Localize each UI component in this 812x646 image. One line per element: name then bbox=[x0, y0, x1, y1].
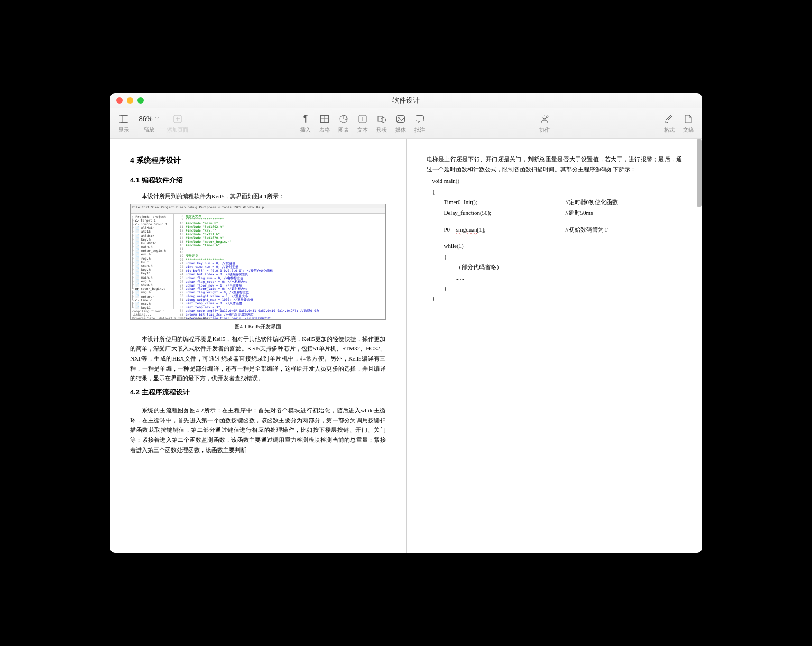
minimize-window-button[interactable] bbox=[127, 97, 133, 104]
media-group: 媒体 bbox=[393, 113, 408, 134]
app-window: 软件设计 显示 86% ﹀ 缩放 添加页面 ¶ 插入 bbox=[110, 93, 702, 553]
insert-label: 插入 bbox=[300, 126, 311, 134]
zoom-value: 86% bbox=[139, 115, 152, 123]
comment-icon[interactable] bbox=[412, 113, 427, 125]
table-group: 表格 bbox=[317, 113, 332, 134]
svg-rect-15 bbox=[416, 115, 424, 121]
page-left[interactable]: 4 系统程序设计 4.1 编程软件介绍 本设计所用到的编程软件为Keil5，其界… bbox=[110, 139, 407, 553]
code-line: void main() bbox=[432, 176, 682, 187]
chart-icon[interactable] bbox=[336, 113, 351, 125]
heading-2a: 4.1 编程软件介绍 bbox=[130, 174, 386, 186]
format-group: 格式 bbox=[662, 113, 677, 134]
keil-menubar: File Edit View Project Flash Debug Perip… bbox=[131, 204, 385, 208]
doc-label: 文稿 bbox=[683, 126, 694, 134]
toolbar: 显示 86% ﹀ 缩放 添加页面 ¶ 插入 表格 bbox=[110, 108, 702, 139]
zoom-group: 86% ﹀ 缩放 bbox=[135, 113, 163, 133]
add-page-label: 添加页面 bbox=[167, 126, 188, 134]
comment-group: 批注 bbox=[412, 113, 427, 134]
code-block: void main() { Timer0_Init(); //定时器0初使化函数… bbox=[432, 176, 682, 304]
add-page-group: 添加页面 bbox=[167, 113, 188, 134]
right-paragraph-1: 电梯是上行还是下行、开门还是关门，判断总重量是否大于设置值，若大于，进行报警；最… bbox=[427, 154, 682, 174]
figure-caption: 图4-1 Keil5开发界面 bbox=[130, 322, 386, 331]
media-label: 媒体 bbox=[395, 126, 406, 134]
code-line: while(1) bbox=[444, 241, 682, 252]
svg-point-14 bbox=[399, 117, 400, 118]
traffic-lights bbox=[110, 97, 144, 104]
window-title: 软件设计 bbox=[392, 96, 420, 105]
document-content: 4 系统程序设计 4.1 编程软件介绍 本设计所用到的编程软件为Keil5，其界… bbox=[110, 139, 702, 553]
svg-point-16 bbox=[543, 116, 546, 119]
format-label: 格式 bbox=[664, 126, 675, 134]
code-line: { bbox=[444, 252, 682, 262]
page-right[interactable]: 电梯是上行还是下行、开门还是关门，判断总重量是否大于设置值，若大于，进行报警；最… bbox=[407, 139, 703, 553]
document-icon[interactable] bbox=[681, 113, 696, 125]
table-icon[interactable] bbox=[317, 113, 332, 125]
comment-label: 批注 bbox=[414, 126, 425, 134]
add-page-icon[interactable] bbox=[170, 113, 185, 125]
shape-icon[interactable] bbox=[374, 113, 389, 125]
code-line: ...... bbox=[456, 273, 682, 283]
code-line: } bbox=[444, 283, 682, 294]
keil-project-tree: ▸ Project: project ├ 🗁 Target 1 ├ 🗁 Sour… bbox=[131, 214, 174, 309]
heading-1: 4 系统程序设计 bbox=[130, 154, 386, 167]
chart-label: 图表 bbox=[338, 126, 349, 134]
keil-code-editor: 8包含头文件9********************10#include "m… bbox=[174, 214, 385, 309]
paragraph-1: 本设计所用到的编程软件为Keil5，其界面如图4-1所示： bbox=[130, 191, 386, 201]
heading-2b: 4.2 主程序流程设计 bbox=[130, 386, 386, 398]
doc-group: 文稿 bbox=[681, 113, 696, 134]
svg-rect-11 bbox=[378, 116, 383, 121]
chart-group: 图表 bbox=[336, 113, 351, 134]
table-label: 表格 bbox=[319, 126, 330, 134]
svg-rect-0 bbox=[119, 115, 128, 122]
svg-text:T: T bbox=[361, 116, 364, 122]
maximize-window-button[interactable] bbox=[137, 97, 144, 104]
code-line: Delay_function(50); //延时50ms bbox=[444, 208, 682, 218]
code-line: Timer0_Init(); //定时器0初使化函数 bbox=[444, 197, 682, 208]
format-icon[interactable] bbox=[662, 113, 677, 125]
shape-label: 形状 bbox=[376, 126, 387, 134]
text-label: 文本 bbox=[357, 126, 368, 134]
zoom-dropdown[interactable]: 86% ﹀ bbox=[135, 113, 163, 125]
view-group: 显示 bbox=[116, 113, 131, 134]
view-label: 显示 bbox=[118, 126, 129, 134]
code-line: { bbox=[432, 187, 682, 197]
text-icon[interactable]: T bbox=[355, 113, 370, 125]
vertical-scrollbar[interactable] bbox=[697, 139, 702, 207]
paragraph-2: 本设计所使用的编程环境是Keil5，相对于其他软件编程环境，Keil5更加的轻便… bbox=[130, 334, 386, 383]
media-icon[interactable] bbox=[393, 113, 408, 125]
text-group: T 文本 bbox=[355, 113, 370, 134]
zoom-label: 缩放 bbox=[144, 126, 154, 133]
svg-point-17 bbox=[546, 116, 548, 118]
paragraph-3: 系统的主流程图如图4-2所示；在主程序中：首先对各个模块进行初始化，随后进入wh… bbox=[130, 405, 386, 455]
collab-group: 协作 bbox=[537, 113, 552, 134]
code-line: （部分代码省略） bbox=[456, 262, 682, 273]
code-line: } bbox=[432, 293, 682, 304]
close-window-button[interactable] bbox=[116, 97, 123, 104]
chevron-down-icon: ﹀ bbox=[155, 115, 160, 122]
svg-point-12 bbox=[381, 117, 386, 122]
pilcrow-icon[interactable]: ¶ bbox=[298, 113, 313, 125]
collab-label: 协作 bbox=[539, 126, 550, 134]
collab-icon[interactable] bbox=[537, 113, 552, 125]
keil-toolbar bbox=[131, 208, 385, 214]
titlebar: 软件设计 bbox=[110, 93, 702, 108]
shape-group: 形状 bbox=[374, 113, 389, 134]
code-line: P0 = smgduan[1]; //初始数码管为'1' bbox=[444, 225, 682, 235]
sidebar-icon[interactable] bbox=[116, 113, 131, 125]
insert-group: ¶ 插入 bbox=[298, 113, 313, 134]
keil-screenshot: File Edit View Project Flash Debug Perip… bbox=[130, 204, 386, 320]
